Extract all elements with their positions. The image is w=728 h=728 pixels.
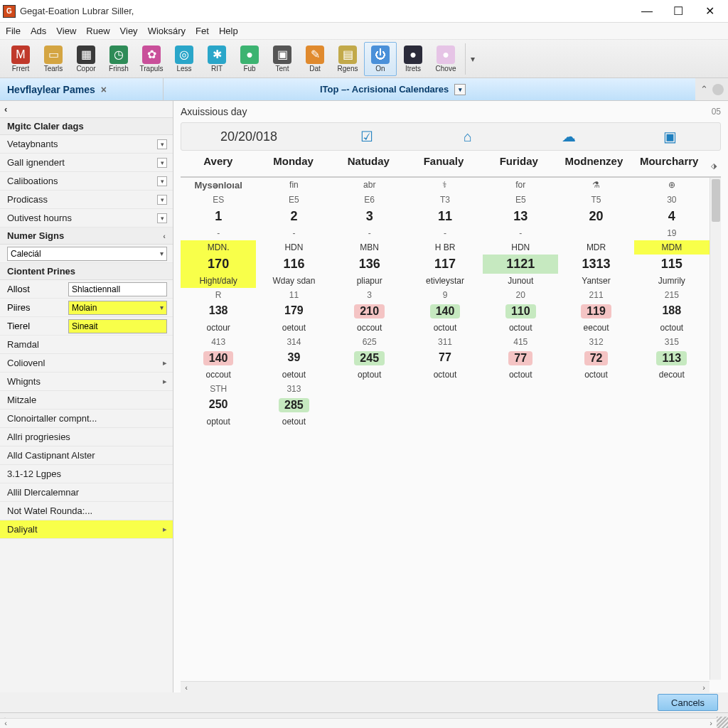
calendar-cell: oetout	[256, 321, 331, 335]
calendar-cell: octout	[483, 321, 558, 335]
calendar-cell: 625	[332, 335, 407, 349]
close-button[interactable]: ✕	[694, 1, 725, 22]
sidebar-item[interactable]: 3.1-12 Lgpes	[0, 465, 173, 483]
calendar-cell: 138	[181, 302, 256, 321]
toolbar-btn-dat[interactable]: ✎Dat	[299, 42, 331, 76]
menu-file[interactable]: File	[6, 26, 21, 36]
calendar-row: R113920211215	[181, 288, 710, 302]
sidebar-item[interactable]: Prodicass▾	[0, 191, 173, 209]
calendar-toggle-icon[interactable]: ⬗	[707, 155, 721, 176]
calendar-cell: octout	[483, 368, 558, 382]
sidebar-item[interactable]: Clonoirtaller compnt...	[0, 410, 173, 428]
calendar-row: 250285	[181, 396, 710, 414]
sidebar-dropdown-row[interactable]: Caleciál▾	[0, 245, 173, 263]
toolbar-btn-rit[interactable]: ✱RIT	[200, 42, 233, 76]
calendar-row: ESE5E6T3E5T530	[181, 193, 710, 207]
status-scrollbar[interactable]: ‹›	[0, 718, 717, 728]
sidebar-top-caret[interactable]: ‹	[4, 104, 7, 114]
chevron-icon[interactable]: ‹	[163, 232, 166, 240]
sidebar-item[interactable]: Ramdal	[0, 336, 173, 354]
menu-help[interactable]: Help	[219, 26, 238, 36]
calendar-cell: 211	[558, 288, 633, 302]
toolbar-btn-chove[interactable]: ●Chove	[429, 42, 462, 76]
menu-view[interactable]: View	[56, 26, 76, 36]
calendar-cell: -	[483, 226, 558, 240]
sidebar-item[interactable]: Allri progriesies	[0, 428, 173, 446]
scroll-right-icon[interactable]: ›	[698, 683, 710, 692]
tab-left[interactable]: Hevflaylear Pames ×	[0, 78, 164, 100]
tab-gear-icon[interactable]	[712, 84, 724, 95]
menu-ads[interactable]: Ads	[31, 26, 46, 36]
sidebar-item[interactable]: Allil Dlercalemnar	[0, 483, 173, 502]
calendar-cell: 20	[558, 207, 633, 226]
calendar-cell: 11	[407, 207, 483, 226]
calendar-cell: E5	[256, 193, 331, 207]
calendar-cell: 315	[634, 335, 710, 349]
calendar-row: 1231113204	[181, 207, 710, 226]
date-bar: 20/20/018 ☑ ⌂ ☁ ▣	[181, 122, 721, 151]
toolbar-btn-copor[interactable]: ▦Copor	[70, 42, 102, 76]
sidebar-field[interactable]: Shlactiennall	[68, 282, 167, 296]
calendar-cell: 19	[634, 226, 710, 240]
calendar-cell: pliapur	[332, 274, 407, 288]
calendar-row: 413314625311415312315	[181, 335, 710, 349]
calendar-body-wrap: Mysənloıalfinabr⚕for⚗⊕ESE5E6T3E5T5301231…	[181, 178, 721, 692]
toolbar-btn-tearls[interactable]: ▭Tearls	[37, 42, 70, 76]
sidebar-item[interactable]: Alld Castipnant Alster	[0, 446, 173, 465]
calendar-cell: 215	[634, 288, 710, 302]
sidebar-field[interactable]: Molain▾	[68, 301, 167, 315]
menu-fet[interactable]: Fet	[196, 26, 209, 36]
calendar-cell: 313	[256, 382, 331, 396]
menu-ruew[interactable]: Ruew	[86, 26, 109, 36]
calendar-cell: STH	[181, 382, 256, 396]
tab-close-icon[interactable]: ×	[101, 84, 107, 95]
date-icon-1[interactable]: ☑	[316, 128, 417, 145]
sidebar-item[interactable]: Whignts▸	[0, 373, 173, 391]
toolbar-btn-fub[interactable]: ●Fub	[233, 42, 266, 76]
toolbar-btn-frrert[interactable]: MFrrert	[4, 42, 37, 76]
toolbar-btn-trapuls[interactable]: ✿Trapuls	[135, 42, 168, 76]
minimize-button[interactable]: —	[631, 1, 663, 22]
sidebar-item[interactable]: Not Watel Rounda:...	[0, 502, 173, 520]
tab-caret-icon[interactable]: ⌃	[700, 84, 708, 95]
sidebar-item[interactable]: Mitzale	[0, 391, 173, 410]
sidebar-list: Mgitc Claler dags Vetaybnants▾Gall ignen…	[0, 118, 173, 692]
scroll-left-icon[interactable]: ‹	[181, 683, 192, 692]
calendar-cell: E6	[332, 193, 407, 207]
date-icon-2[interactable]: ⌂	[417, 129, 518, 145]
cancel-button[interactable]: Cancels	[658, 694, 718, 711]
sidebar-top: ‹	[0, 101, 173, 118]
menu-viey[interactable]: Viey	[120, 26, 138, 36]
calendar-row: Mysənloıalfinabr⚕for⚗⊕	[181, 178, 710, 193]
toolbar-btn-itrets[interactable]: ●Itrets	[397, 42, 429, 76]
date-icon-3[interactable]: ☁	[518, 128, 619, 145]
sidebar-item[interactable]: Vetaybnants▾	[0, 135, 173, 154]
scrollbar-vertical[interactable]	[710, 178, 721, 680]
toolbar-btn-tent[interactable]: ▣Tent	[266, 42, 299, 76]
tab-dropdown-icon[interactable]: ▾	[454, 84, 466, 95]
calendar-cell	[407, 414, 483, 429]
calendar-cell: 117	[407, 255, 483, 274]
sidebar-field[interactable]: Sineait	[68, 319, 167, 333]
toolbar-btn-less[interactable]: ◎Less	[168, 42, 200, 76]
sidebar-item[interactable]: Gall ignendert▾	[0, 154, 173, 172]
sidebar-item[interactable]: Caliboations▾	[0, 172, 173, 191]
menu-wioksary[interactable]: Wioksáry	[148, 26, 186, 36]
resize-grip-icon[interactable]	[717, 717, 728, 728]
toolbar-overflow-icon[interactable]: ▾	[465, 43, 479, 75]
sidebar-item[interactable]: Daliyalt▸	[0, 520, 173, 539]
toolbar-btn-on[interactable]: ⏻On	[364, 42, 397, 76]
scrollbar-horizontal[interactable]: ‹ ›	[181, 681, 710, 692]
toolbar-btn-rgens[interactable]: ▤Rgens	[331, 42, 364, 76]
sidebar-section-2: Numer Signs‹	[0, 228, 173, 245]
sidebar-item[interactable]: Outivest hourns▾	[0, 209, 173, 228]
toolbar-btn-frinsh[interactable]: ◷Frinsh	[102, 42, 135, 76]
calendar-row: occoutoetoutoptoutoctoutoctoutoctoutdeco…	[181, 368, 710, 382]
calendar-cell: ⊕	[634, 178, 710, 193]
sidebar-item[interactable]: Coliovenl▸	[0, 354, 173, 373]
calendar-cell	[407, 382, 483, 396]
sidebar-field-row: AllostShlactiennall	[0, 280, 173, 299]
date-icon-4[interactable]: ▣	[619, 128, 720, 145]
tab-main[interactable]: ITop –- Acrisional Calendares ▾	[164, 78, 695, 100]
maximize-button[interactable]: ☐	[663, 1, 694, 22]
